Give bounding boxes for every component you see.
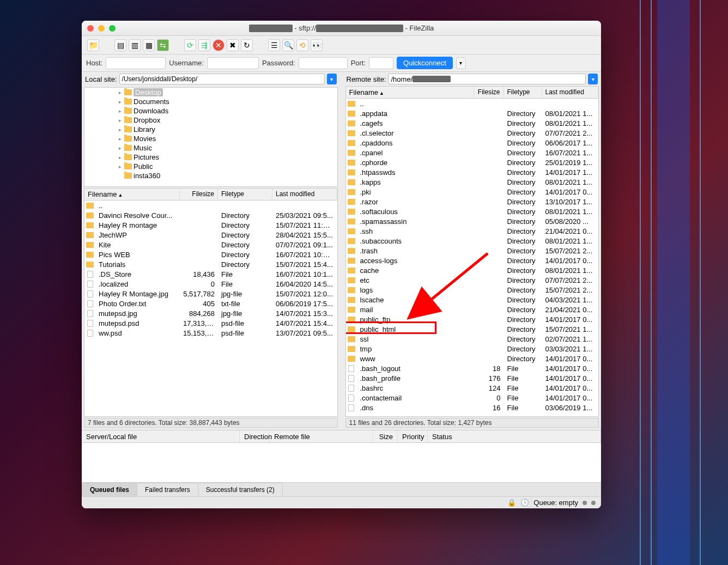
tree-item[interactable]: ▸Public	[84, 162, 337, 171]
host-input[interactable]	[106, 57, 166, 69]
file-row[interactable]: wwwDirectory14/01/2017 0...	[346, 354, 599, 363]
refresh-icon[interactable]: ⟳	[184, 39, 196, 51]
file-row[interactable]: Hayley R Montage.jpg5,517,782jpg-file15/…	[84, 289, 337, 299]
minimize-button[interactable]	[98, 25, 105, 32]
tree-item[interactable]: ▸Downloads	[84, 106, 337, 116]
col-status[interactable]: Status	[428, 430, 601, 442]
process-queue-icon[interactable]: ⇶	[198, 39, 210, 51]
password-input[interactable]	[299, 57, 348, 69]
username-input[interactable]	[207, 57, 259, 69]
file-row[interactable]: .trashDirectory15/07/2021 2...	[346, 246, 599, 256]
file-row[interactable]: ..	[346, 99, 599, 108]
file-row[interactable]: .sshDirectory21/04/2021 0...	[346, 226, 599, 236]
col-priority[interactable]: Priority	[398, 430, 428, 442]
file-row[interactable]: Photo Order.txt405txt-file06/06/2019 17:…	[84, 299, 337, 308]
file-row[interactable]: Pics WEBDirectory16/07/2021 10:15...	[84, 250, 337, 259]
col-remotefile[interactable]: Remote file	[270, 430, 373, 442]
toggle-log-icon[interactable]: ▤	[114, 39, 126, 51]
file-row[interactable]: .htpasswdsDirectory14/01/2017 1...	[346, 167, 599, 177]
file-row[interactable]: .appdataDirectory08/01/2021 1...	[346, 108, 599, 118]
tab-queued[interactable]: Queued files	[82, 483, 137, 496]
file-row[interactable]: tmpDirectory03/03/2021 1...	[346, 344, 599, 354]
file-row[interactable]: logsDirectory15/07/2021 2...	[346, 285, 599, 295]
file-row[interactable]: mailDirectory21/04/2021 0...	[346, 305, 599, 314]
file-row[interactable]: .softaculousDirectory08/01/2021 1...	[346, 206, 599, 216]
col-filetype[interactable]: Filetype	[504, 87, 542, 98]
sync-icon[interactable]: ⟲	[296, 39, 308, 51]
file-row[interactable]: .kappsDirectory08/01/2021 1...	[346, 177, 599, 187]
file-row[interactable]: .DS_Store18,436File16/07/2021 10:1...	[84, 269, 337, 279]
file-row[interactable]: .bashrc124File14/01/2017 0...	[346, 383, 599, 393]
port-input[interactable]	[369, 57, 393, 69]
tree-item[interactable]: ▸Desktop	[84, 88, 337, 97]
tree-item[interactable]: ▸Movies	[84, 134, 337, 143]
file-row[interactable]: .razorDirectory13/10/2017 1...	[346, 197, 599, 206]
file-row[interactable]: .cpanelDirectory16/07/2021 1...	[346, 148, 599, 157]
file-row[interactable]: Hayley R montageDirectory15/07/2021 11:4…	[84, 220, 337, 230]
file-row[interactable]: .cphordeDirectory25/01/2019 1...	[346, 157, 599, 167]
col-lastmod[interactable]: Last modified	[542, 87, 599, 98]
col-size[interactable]: Size	[373, 430, 398, 442]
col-filesize[interactable]: Filesize	[180, 189, 218, 200]
file-row[interactable]: .dns16File03/06/2019 1...	[346, 403, 599, 412]
col-serverfile[interactable]: Server/Local file	[82, 430, 240, 442]
col-direction[interactable]: Direction	[240, 430, 270, 442]
toggle-queue-icon[interactable]: ▦	[143, 39, 155, 51]
close-button[interactable]	[87, 25, 94, 32]
file-row[interactable]: .localized0File16/04/2020 14:5...	[84, 279, 337, 289]
remote-file-list[interactable]: Filename▲ Filesize Filetype Last modifie…	[345, 86, 599, 417]
col-filetype[interactable]: Filetype	[218, 189, 272, 200]
file-row[interactable]: .bash_profile176File14/01/2017 0...	[346, 373, 599, 383]
tab-failed[interactable]: Failed transfers	[137, 483, 198, 496]
binoculars-icon[interactable]: 👀	[311, 39, 323, 51]
tab-successful[interactable]: Successful transfers (2)	[198, 483, 283, 496]
tree-item[interactable]: insta360	[84, 171, 337, 180]
remote-site-path[interactable]: /home/	[388, 74, 586, 84]
local-site-dropdown[interactable]: ▾	[327, 74, 337, 84]
tree-item[interactable]: ▸Music	[84, 143, 337, 153]
local-tree[interactable]: ▸Desktop▸Documents▸Downloads▸Dropbox▸Lib…	[84, 87, 338, 187]
col-filename[interactable]: Filename▲	[346, 87, 474, 98]
file-row[interactable]: Davinci Resolve Cour...Directory25/03/20…	[84, 210, 337, 220]
file-row[interactable]: etcDirectory07/07/2021 2...	[346, 275, 599, 285]
cancel-icon[interactable]: ✕	[213, 39, 225, 51]
file-row[interactable]: public_htmlDirectory15/07/2021 1...	[346, 324, 599, 334]
file-row[interactable]: .cl.selectorDirectory07/07/2021 2...	[346, 128, 599, 138]
tree-item[interactable]: ▸Pictures	[84, 153, 337, 162]
col-lastmod[interactable]: Last modified	[272, 189, 337, 200]
file-row[interactable]: ..	[84, 201, 337, 210]
file-row[interactable]: .bash_logout18File14/01/2017 0...	[346, 363, 599, 373]
file-row[interactable]: .cagefsDirectory08/01/2021 1...	[346, 118, 599, 128]
file-row[interactable]: .cpaddonsDirectory06/06/2017 1...	[346, 138, 599, 148]
disconnect-icon[interactable]: ✖	[227, 39, 239, 51]
col-filesize[interactable]: Filesize	[474, 87, 504, 98]
file-row[interactable]: KiteDirectory07/07/2021 09:1...	[84, 240, 337, 250]
file-row[interactable]: public_ftpDirectory14/01/2017 0...	[346, 314, 599, 324]
file-row[interactable]: TutorialsDirectory15/07/2021 15:4...	[84, 259, 337, 269]
local-site-path[interactable]: /Users/jonsiddall/Desktop/	[119, 74, 325, 84]
file-row[interactable]: JtechWPDirectory28/04/2021 15:5...	[84, 230, 337, 240]
col-filename[interactable]: Filename▲	[84, 189, 180, 200]
file-row[interactable]: cacheDirectory08/01/2021 1...	[346, 265, 599, 275]
sitemanager-icon[interactable]: 📁	[87, 39, 99, 51]
filter-icon[interactable]: ☰	[268, 39, 280, 51]
quickconnect-button[interactable]: Quickconnect	[397, 57, 453, 69]
file-row[interactable]: .spamassassinDirectory05/08/2020 ...	[346, 216, 599, 226]
file-row[interactable]: mutepsd.psd17,313,532psd-file14/07/2021 …	[84, 318, 337, 328]
tree-item[interactable]: ▸Documents	[84, 97, 337, 106]
tree-item[interactable]: ▸Library	[84, 125, 337, 134]
tree-item[interactable]: ▸Dropbox	[84, 116, 337, 125]
remote-site-dropdown[interactable]: ▾	[588, 74, 598, 84]
file-row[interactable]: lscacheDirectory04/03/2021 1...	[346, 295, 599, 305]
zoom-button[interactable]	[109, 25, 116, 32]
file-row[interactable]: .contactemail0File14/01/2017 0...	[346, 393, 599, 403]
reconnect-icon[interactable]: ↻	[241, 39, 253, 51]
file-row[interactable]: access-logsDirectory14/01/2017 0...	[346, 256, 599, 265]
file-row[interactable]: ww.psd15,153,020psd-file13/07/2021 09:5.…	[84, 328, 337, 338]
quickconnect-dropdown[interactable]: ▾	[456, 57, 466, 69]
search-icon[interactable]: 🔍	[282, 39, 294, 51]
toggle-tree-icon[interactable]: ▥	[129, 39, 141, 51]
file-row[interactable]: mutepsd.jpg884,268jpg-file14/07/2021 15:…	[84, 308, 337, 318]
local-file-list[interactable]: Filename▲ Filesize Filetype Last modifie…	[84, 188, 338, 417]
file-row[interactable]: .pkiDirectory14/01/2017 0...	[346, 187, 599, 197]
